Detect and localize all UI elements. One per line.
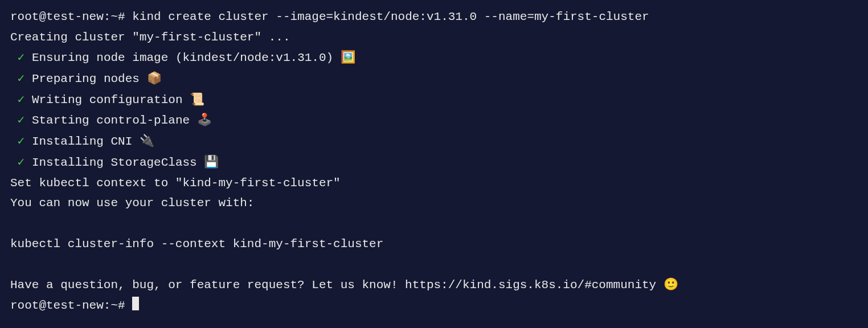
plug-icon: 🔌 bbox=[140, 134, 154, 147]
scroll-icon: 📜 bbox=[190, 92, 204, 106]
prompt-separator: : bbox=[104, 10, 111, 23]
check-icon: ✓ bbox=[18, 72, 25, 85]
floppy-icon: 💾 bbox=[204, 155, 219, 169]
step-text: Installing CNI bbox=[32, 135, 132, 148]
output-step-ensuring: ✓ Ensuring node image (kindest/node:v1.3… bbox=[10, 47, 858, 68]
output-kubectl-cmd: kubectl cluster-info --context kind-my-f… bbox=[10, 234, 858, 255]
step-text: Installing StorageClass bbox=[32, 156, 197, 169]
command-line-2[interactable]: root@test-new:~# bbox=[10, 296, 858, 316]
joystick-icon: 🕹️ bbox=[197, 113, 212, 126]
smile-icon: 🙂 bbox=[664, 277, 678, 291]
output-step-storage: ✓ Installing StorageClass 💾 bbox=[10, 152, 858, 173]
step-text: Starting control-plane bbox=[32, 114, 190, 127]
picture-icon: 🖼️ bbox=[341, 50, 355, 64]
output-creating: Creating cluster "my-first-cluster" ... bbox=[10, 27, 858, 48]
prompt-hash: # bbox=[118, 10, 125, 23]
prompt-hash: # bbox=[118, 299, 125, 312]
check-icon: ✓ bbox=[18, 135, 25, 148]
output-step-preparing: ✓ Preparing nodes 📦 bbox=[10, 68, 858, 89]
output-step-starting: ✓ Starting control-plane 🕹️ bbox=[10, 110, 858, 131]
check-icon: ✓ bbox=[18, 114, 25, 127]
question-text: Have a question, bug, or feature request… bbox=[10, 278, 656, 292]
check-icon: ✓ bbox=[18, 156, 25, 169]
terminal-output[interactable]: root@test-new:~# kind create cluster --i… bbox=[10, 7, 858, 315]
step-text: Preparing nodes bbox=[32, 72, 140, 85]
check-icon: ✓ bbox=[18, 51, 25, 64]
prompt-path: ~ bbox=[110, 10, 118, 23]
output-context-set: Set kubectl context to "kind-my-first-cl… bbox=[10, 173, 858, 194]
output-use-cluster: You can now use your cluster with: bbox=[10, 193, 858, 214]
cursor-icon bbox=[132, 297, 139, 310]
prompt-separator: : bbox=[104, 299, 111, 312]
prompt-user-host: root@test-new bbox=[10, 299, 104, 312]
prompt-user-host: root@test-new bbox=[10, 10, 104, 23]
output-blank-2 bbox=[10, 254, 858, 274]
check-icon: ✓ bbox=[18, 93, 25, 106]
output-question: Have a question, bug, or feature request… bbox=[10, 274, 858, 296]
prompt-path: ~ bbox=[110, 299, 118, 312]
output-step-cni: ✓ Installing CNI 🔌 bbox=[10, 131, 858, 152]
command-text: kind create cluster --image=kindest/node… bbox=[132, 10, 649, 23]
command-line-1: root@test-new:~# kind create cluster --i… bbox=[10, 7, 858, 27]
output-blank-1 bbox=[10, 214, 858, 234]
step-text: Ensuring node image (kindest/node:v1.31.… bbox=[32, 51, 333, 64]
step-text: Writing configuration bbox=[32, 93, 183, 106]
package-icon: 📦 bbox=[147, 71, 162, 85]
output-step-writing: ✓ Writing configuration 📜 bbox=[10, 89, 858, 110]
